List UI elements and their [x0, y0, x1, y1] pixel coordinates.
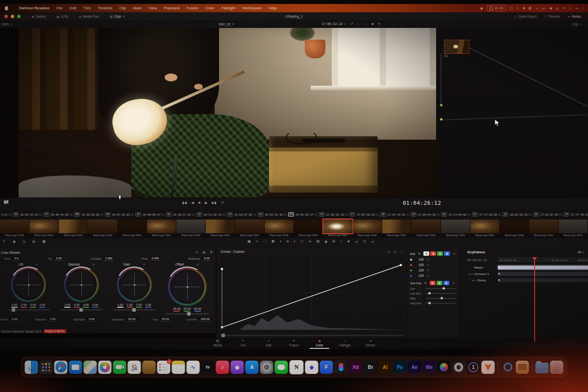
expand-icon[interactable]: ▸: [471, 272, 473, 275]
timeline-view-icon[interactable]: ▦: [42, 240, 46, 244]
brush-icon[interactable]: ✎: [3, 240, 6, 244]
wheel-reset-icon[interactable]: ↺: [143, 263, 145, 266]
timeline-thumbnail-7[interactable]: Blackmagic RAW: [176, 220, 205, 233]
link-channels-icon[interactable]: ✎: [418, 252, 420, 255]
dock-icon-reminders[interactable]: 2: [157, 361, 171, 374]
dock-icon-music[interactable]: ♪: [216, 361, 229, 374]
video-icon[interactable]: ◖: [536, 6, 538, 10]
node-input-green[interactable]: [440, 104, 442, 106]
stop-button[interactable]: ■: [198, 201, 200, 205]
viewer-options-icon[interactable]: ⋯: [363, 22, 367, 26]
clip-entry-11[interactable]: V11116:50:17:23: [161, 212, 191, 217]
menu-item-trim[interactable]: Trim: [83, 6, 91, 10]
picker-icon[interactable]: ⌖: [280, 240, 282, 244]
timeline-thumbnail-1[interactable]: Blackmagic RAW: [0, 220, 29, 233]
menu-item-workspace[interactable]: Workspace: [242, 6, 262, 10]
display-icon[interactable]: ▢: [510, 6, 513, 10]
dock-icon-system-settings[interactable]: ⚙: [260, 361, 273, 374]
dock-icon-podcasts[interactable]: ◉: [231, 361, 244, 374]
transform-tool-icon[interactable]: ✛: [378, 22, 380, 26]
scopes-icon[interactable]: ▭: [355, 240, 358, 244]
keyframe-dot[interactable]: [498, 279, 500, 281]
control-value[interactable]: 0.00: [54, 256, 64, 261]
clip-entry-24[interactable]: V12417:57:08:16: [559, 212, 588, 217]
clip-entry-12[interactable]: V11216:51:32:13: [192, 212, 221, 217]
wheel-value[interactable]: 0.00: [11, 303, 18, 308]
step-back-button[interactable]: ◀: [191, 201, 194, 205]
tab-fairlight[interactable]: ♪Fairlight: [337, 338, 353, 349]
master-wheel-slider[interactable]: [166, 313, 209, 315]
keyframes-ruler[interactable]: 00:00:00:00 00:00:03:02 00:00:0: [498, 257, 588, 263]
dock-icon-apple-tv[interactable]: tv: [201, 361, 215, 374]
dock-icon-compressor[interactable]: [452, 361, 466, 374]
menu-item-mark[interactable]: Mark: [133, 6, 142, 10]
timeline-thumbnail-10[interactable]: Blackmagic RAW: [265, 220, 294, 233]
timeline-thumbnail-4[interactable]: Blackmagic RAW: [88, 220, 117, 233]
wheel-value[interactable]: 1.00: [117, 303, 123, 308]
wheel-reset-icon[interactable]: ↺: [92, 263, 95, 266]
timeline-thumbnail-14[interactable]: Blackmagic RAW: [382, 220, 411, 233]
crop-icon[interactable]: ⬚: [264, 240, 267, 244]
control-value[interactable]: 1.000: [103, 256, 114, 261]
menu-item-davinci-resolve[interactable]: DaVinci Resolve: [19, 6, 49, 10]
wheel-value[interactable]: 1.00: [126, 303, 133, 308]
clip-entry-08[interactable]: V10816:46:26:20: [70, 212, 99, 217]
timeline-thumbnail-13[interactable]: Blackmagic RAW: [353, 220, 382, 233]
dock-icon-adobe-xd[interactable]: Xd: [349, 361, 363, 374]
tab-deliver[interactable]: ➔Deliver: [362, 338, 379, 349]
curves-collapse-icon[interactable]: ⌄: [400, 250, 403, 253]
timeline-thumbnail-3[interactable]: Blackmagic RAW: [59, 220, 88, 233]
channel-reset-icon[interactable]: ↺: [427, 269, 429, 272]
wheel-value[interactable]: 25.00: [194, 307, 201, 312]
dock-icon-adobe-bridge[interactable]: Br: [364, 361, 377, 374]
param-slider[interactable]: [426, 288, 456, 289]
clip-entry-17[interactable]: V11717:05:50:52: [345, 212, 375, 217]
timeline-thumbnail-9[interactable]: Blackmagic RAW: [235, 220, 264, 233]
track-lane[interactable]: [498, 278, 588, 282]
menu-item-fusion[interactable]: Fusion: [187, 6, 198, 10]
expand-icon[interactable]: ▸: [475, 279, 476, 282]
effects-icon[interactable]: ❖: [347, 240, 350, 244]
wheel-value[interactable]: 0.00: [21, 303, 27, 308]
curve-graph[interactable]: [220, 255, 404, 330]
timeline-thumbnail-19[interactable]: Blackmagic RAW: [529, 220, 558, 233]
stills-icon[interactable]: ▤: [317, 240, 320, 244]
soft-clip-link-icon[interactable]: ✎: [424, 281, 427, 285]
tab-fusion[interactable]: ✦Fusion: [286, 338, 302, 349]
timeline-thumbnail-12[interactable]: Blackmagic RAW: [323, 220, 352, 233]
track-lane[interactable]: [498, 272, 588, 276]
magic-mask-icon[interactable]: ✦: [309, 240, 312, 244]
color-wheel-offset[interactable]: [168, 267, 207, 306]
soft-clip-channel-r[interactable]: R: [430, 281, 436, 285]
soft-clip-channel-b[interactable]: B: [443, 281, 449, 285]
timeline-thumbnail-17[interactable]: Blackmagic RAW: [470, 220, 499, 233]
wheel-reset-icon[interactable]: ↺: [36, 263, 38, 266]
waveform-icon[interactable]: ≈: [340, 240, 342, 244]
param-slider-thumb[interactable]: [442, 287, 445, 290]
curve-point-black[interactable]: [221, 326, 223, 329]
channel-value[interactable]: 100: [415, 263, 424, 267]
menu-item-fairlight[interactable]: Fairlight: [221, 6, 235, 10]
master-wheel-slider[interactable]: [113, 309, 156, 311]
dock-icon-adobe-after-effects[interactable]: Ae: [408, 361, 421, 374]
go-to-end-button[interactable]: ▶▮: [212, 201, 216, 205]
pointer-tool-icon[interactable]: ➤: [371, 22, 374, 26]
control-value[interactable]: 0.00: [10, 317, 20, 321]
clip-entry-06[interactable]: V10616:45:25:18: [8, 212, 38, 217]
keyframe-dot[interactable]: [498, 273, 500, 274]
scissors-icon[interactable]: ✂: [256, 240, 259, 244]
battery-icon[interactable]: ▭: [575, 6, 579, 10]
keyframe-track-corrector-1[interactable]: ●▸Corrector 1: [460, 270, 588, 277]
menu-item-timeline[interactable]: Timeline: [98, 6, 113, 10]
clip-entry-19[interactable]: V11917:09:59:20: [406, 212, 436, 217]
record-indicator-icon[interactable]: ◉: [480, 6, 483, 10]
nodes-button[interactable]: ⊶Nodes: [567, 15, 581, 18]
slider-thumb[interactable]: [187, 312, 191, 316]
soft-clip-reset-icon[interactable]: ↺: [452, 281, 455, 285]
tab-cut[interactable]: ✂Cut: [235, 338, 251, 349]
channel-reset-icon[interactable]: ↺: [427, 258, 429, 261]
param-slider-thumb[interactable]: [441, 297, 443, 299]
channel-button-g[interactable]: G: [437, 251, 443, 256]
timeline-thumbnail-15[interactable]: Blackmagic RAW: [412, 220, 441, 233]
color-wheel-lift[interactable]: [11, 267, 46, 302]
